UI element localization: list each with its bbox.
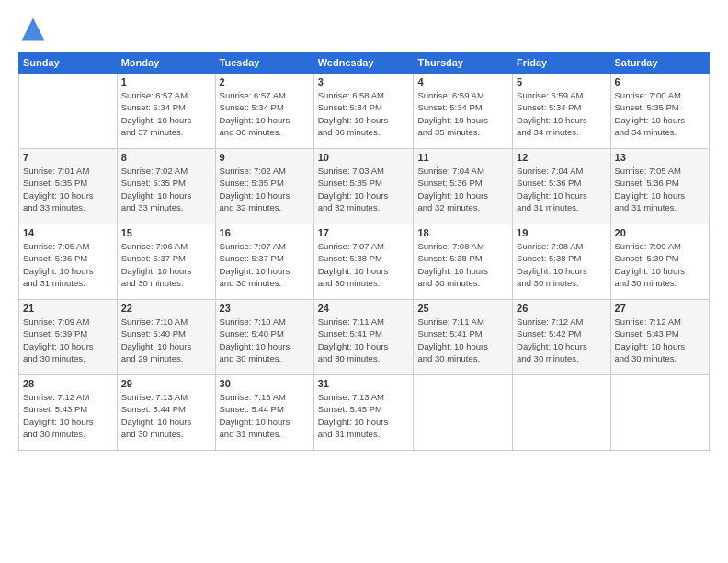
day-info: Sunrise: 6:57 AM Sunset: 5:34 PM Dayligh… bbox=[220, 89, 310, 138]
weekday-header: Wednesday bbox=[313, 52, 414, 74]
calendar-week-row: 7Sunrise: 7:01 AM Sunset: 5:35 PM Daylig… bbox=[19, 149, 710, 224]
day-number: 17 bbox=[318, 227, 410, 238]
day-number: 24 bbox=[318, 303, 410, 314]
day-info: Sunrise: 6:57 AM Sunset: 5:34 PM Dayligh… bbox=[121, 89, 211, 138]
day-info: Sunrise: 7:08 AM Sunset: 5:38 PM Dayligh… bbox=[417, 240, 508, 289]
calendar-cell: 27Sunrise: 7:12 AM Sunset: 5:43 PM Dayli… bbox=[610, 300, 709, 375]
day-info: Sunrise: 7:02 AM Sunset: 5:35 PM Dayligh… bbox=[121, 165, 211, 213]
day-info: Sunrise: 7:13 AM Sunset: 5:44 PM Dayligh… bbox=[220, 391, 310, 440]
calendar-cell: 15Sunrise: 7:06 AM Sunset: 5:37 PM Dayli… bbox=[117, 224, 215, 300]
calendar-week-row: 28Sunrise: 7:12 AM Sunset: 5:43 PM Dayli… bbox=[19, 375, 710, 451]
day-number: 18 bbox=[417, 227, 508, 238]
day-number: 7 bbox=[23, 152, 113, 163]
day-info: Sunrise: 7:10 AM Sunset: 5:40 PM Dayligh… bbox=[121, 316, 211, 364]
day-info: Sunrise: 7:10 AM Sunset: 5:40 PM Dayligh… bbox=[220, 316, 310, 364]
svg-marker-1 bbox=[24, 22, 43, 40]
day-info: Sunrise: 7:12 AM Sunset: 5:43 PM Dayligh… bbox=[23, 391, 113, 440]
day-number: 10 bbox=[318, 152, 410, 163]
calendar-cell: 25Sunrise: 7:11 AM Sunset: 5:41 PM Dayli… bbox=[414, 300, 513, 375]
calendar-cell: 10Sunrise: 7:03 AM Sunset: 5:35 PM Dayli… bbox=[313, 149, 414, 224]
day-info: Sunrise: 7:01 AM Sunset: 5:35 PM Dayligh… bbox=[23, 165, 113, 213]
calendar-cell: 4Sunrise: 6:59 AM Sunset: 5:34 PM Daylig… bbox=[414, 74, 513, 149]
day-number: 20 bbox=[615, 227, 705, 238]
day-number: 4 bbox=[417, 76, 508, 87]
day-number: 29 bbox=[121, 378, 211, 389]
day-number: 8 bbox=[121, 152, 211, 163]
weekday-header: Saturday bbox=[610, 52, 709, 74]
calendar-cell: 5Sunrise: 6:59 AM Sunset: 5:34 PM Daylig… bbox=[513, 74, 610, 149]
weekday-header: Tuesday bbox=[215, 52, 313, 74]
day-number: 9 bbox=[220, 152, 310, 163]
day-number: 21 bbox=[23, 303, 113, 314]
calendar: SundayMondayTuesdayWednesdayThursdayFrid… bbox=[18, 52, 710, 451]
day-number: 22 bbox=[121, 303, 211, 314]
calendar-header-row: SundayMondayTuesdayWednesdayThursdayFrid… bbox=[19, 52, 710, 74]
day-info: Sunrise: 6:58 AM Sunset: 5:34 PM Dayligh… bbox=[318, 89, 410, 138]
calendar-cell: 2Sunrise: 6:57 AM Sunset: 5:34 PM Daylig… bbox=[215, 74, 313, 149]
calendar-cell: 23Sunrise: 7:10 AM Sunset: 5:40 PM Dayli… bbox=[215, 300, 313, 375]
calendar-cell: 6Sunrise: 7:00 AM Sunset: 5:35 PM Daylig… bbox=[610, 74, 709, 149]
calendar-cell: 28Sunrise: 7:12 AM Sunset: 5:43 PM Dayli… bbox=[19, 375, 118, 451]
calendar-cell: 31Sunrise: 7:13 AM Sunset: 5:45 PM Dayli… bbox=[313, 375, 414, 451]
day-number: 1 bbox=[121, 76, 211, 87]
calendar-cell: 14Sunrise: 7:05 AM Sunset: 5:36 PM Dayli… bbox=[19, 224, 118, 300]
day-info: Sunrise: 7:05 AM Sunset: 5:36 PM Dayligh… bbox=[23, 240, 113, 289]
day-number: 27 bbox=[615, 303, 705, 314]
weekday-header: Sunday bbox=[19, 52, 118, 74]
day-info: Sunrise: 6:59 AM Sunset: 5:34 PM Dayligh… bbox=[517, 89, 606, 138]
day-info: Sunrise: 7:06 AM Sunset: 5:37 PM Dayligh… bbox=[121, 240, 211, 289]
calendar-cell: 9Sunrise: 7:02 AM Sunset: 5:35 PM Daylig… bbox=[215, 149, 313, 224]
day-info: Sunrise: 7:09 AM Sunset: 5:39 PM Dayligh… bbox=[23, 316, 113, 364]
calendar-cell: 1Sunrise: 6:57 AM Sunset: 5:34 PM Daylig… bbox=[117, 74, 215, 149]
day-info: Sunrise: 7:13 AM Sunset: 5:45 PM Dayligh… bbox=[318, 391, 410, 440]
day-number: 5 bbox=[517, 76, 606, 87]
day-number: 23 bbox=[220, 303, 310, 314]
calendar-cell: 7Sunrise: 7:01 AM Sunset: 5:35 PM Daylig… bbox=[19, 149, 118, 224]
calendar-cell: 24Sunrise: 7:11 AM Sunset: 5:41 PM Dayli… bbox=[313, 300, 414, 375]
day-info: Sunrise: 7:04 AM Sunset: 5:36 PM Dayligh… bbox=[417, 165, 508, 213]
calendar-cell bbox=[513, 375, 610, 451]
calendar-cell bbox=[19, 74, 118, 149]
calendar-cell: 19Sunrise: 7:08 AM Sunset: 5:38 PM Dayli… bbox=[513, 224, 610, 300]
day-number: 2 bbox=[220, 76, 310, 87]
day-info: Sunrise: 7:05 AM Sunset: 5:36 PM Dayligh… bbox=[615, 165, 705, 213]
day-number: 26 bbox=[517, 303, 606, 314]
day-number: 3 bbox=[318, 76, 410, 87]
calendar-cell: 8Sunrise: 7:02 AM Sunset: 5:35 PM Daylig… bbox=[117, 149, 215, 224]
page: SundayMondayTuesdayWednesdayThursdayFrid… bbox=[0, 0, 728, 563]
day-number: 16 bbox=[220, 227, 310, 238]
logo bbox=[18, 17, 46, 42]
calendar-cell: 3Sunrise: 6:58 AM Sunset: 5:34 PM Daylig… bbox=[313, 74, 414, 149]
weekday-header: Monday bbox=[117, 52, 215, 74]
day-info: Sunrise: 7:11 AM Sunset: 5:41 PM Dayligh… bbox=[318, 316, 410, 364]
weekday-header: Friday bbox=[513, 52, 610, 74]
calendar-cell: 21Sunrise: 7:09 AM Sunset: 5:39 PM Dayli… bbox=[19, 300, 118, 375]
day-info: Sunrise: 6:59 AM Sunset: 5:34 PM Dayligh… bbox=[417, 89, 508, 138]
day-info: Sunrise: 7:02 AM Sunset: 5:35 PM Dayligh… bbox=[220, 165, 310, 213]
day-number: 28 bbox=[23, 378, 113, 389]
calendar-week-row: 14Sunrise: 7:05 AM Sunset: 5:36 PM Dayli… bbox=[19, 224, 710, 300]
day-number: 25 bbox=[417, 303, 508, 314]
weekday-header: Thursday bbox=[414, 52, 513, 74]
calendar-week-row: 1Sunrise: 6:57 AM Sunset: 5:34 PM Daylig… bbox=[19, 74, 710, 149]
day-number: 19 bbox=[517, 227, 606, 238]
day-info: Sunrise: 7:08 AM Sunset: 5:38 PM Dayligh… bbox=[517, 240, 606, 289]
calendar-cell: 11Sunrise: 7:04 AM Sunset: 5:36 PM Dayli… bbox=[414, 149, 513, 224]
logo-icon bbox=[20, 17, 46, 42]
day-info: Sunrise: 7:12 AM Sunset: 5:43 PM Dayligh… bbox=[615, 316, 705, 364]
header bbox=[18, 17, 710, 42]
day-info: Sunrise: 7:03 AM Sunset: 5:35 PM Dayligh… bbox=[318, 165, 410, 213]
calendar-cell: 18Sunrise: 7:08 AM Sunset: 5:38 PM Dayli… bbox=[414, 224, 513, 300]
day-info: Sunrise: 7:07 AM Sunset: 5:37 PM Dayligh… bbox=[220, 240, 310, 289]
day-number: 15 bbox=[121, 227, 211, 238]
day-info: Sunrise: 7:00 AM Sunset: 5:35 PM Dayligh… bbox=[615, 89, 705, 138]
calendar-cell: 26Sunrise: 7:12 AM Sunset: 5:42 PM Dayli… bbox=[513, 300, 610, 375]
day-number: 11 bbox=[417, 152, 508, 163]
calendar-cell: 17Sunrise: 7:07 AM Sunset: 5:38 PM Dayli… bbox=[313, 224, 414, 300]
calendar-cell: 22Sunrise: 7:10 AM Sunset: 5:40 PM Dayli… bbox=[117, 300, 215, 375]
calendar-cell bbox=[414, 375, 513, 451]
calendar-cell: 12Sunrise: 7:04 AM Sunset: 5:36 PM Dayli… bbox=[513, 149, 610, 224]
calendar-cell: 29Sunrise: 7:13 AM Sunset: 5:44 PM Dayli… bbox=[117, 375, 215, 451]
calendar-week-row: 21Sunrise: 7:09 AM Sunset: 5:39 PM Dayli… bbox=[19, 300, 710, 375]
day-info: Sunrise: 7:13 AM Sunset: 5:44 PM Dayligh… bbox=[121, 391, 211, 440]
